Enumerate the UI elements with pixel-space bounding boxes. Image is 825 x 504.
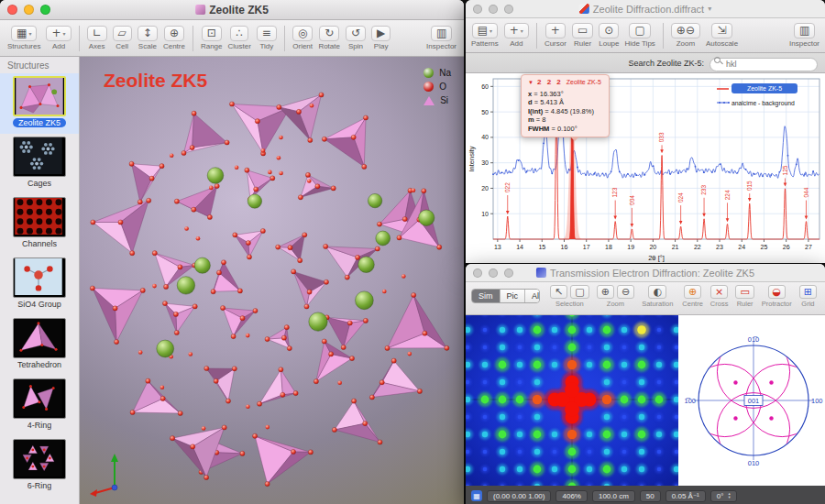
- sidebar-item-cages[interactable]: Cages: [0, 134, 79, 194]
- saturation-icon[interactable]: ◐: [648, 285, 666, 299]
- toolbar-button-autoscale[interactable]: ⇲Autoscale: [704, 23, 740, 48]
- toolbar-label: Inspector: [426, 42, 456, 50]
- toolbar-button-loupe[interactable]: ⊙Loupe: [597, 23, 621, 48]
- crystal-structure-canvas[interactable]: [80, 57, 464, 504]
- toolbar-label: Structures: [7, 42, 40, 50]
- close-button[interactable]: [7, 5, 17, 15]
- svg-text:015: 015: [746, 181, 753, 191]
- search-input[interactable]: [710, 58, 818, 71]
- toolbar-button-structures[interactable]: ▦▾Structures: [6, 26, 42, 50]
- close-button[interactable]: [473, 268, 482, 278]
- status-camera-length[interactable]: 100.0 cm: [592, 490, 635, 502]
- legend-label: Si: [440, 95, 448, 105]
- zoom-button[interactable]: [504, 268, 513, 278]
- status-zone-axis[interactable]: (0.00 0.00 1.00): [487, 490, 551, 502]
- main-titlebar[interactable]: Zeolite ZK5: [0, 0, 464, 20]
- minimize-button[interactable]: [489, 5, 498, 14]
- mode-all[interactable]: All: [525, 290, 540, 302]
- zoom-button[interactable]: [40, 5, 50, 15]
- toolbar-button-scale[interactable]: ↕Scale: [136, 26, 160, 50]
- toolbar-button-tidy[interactable]: ≡Tidy: [255, 26, 279, 50]
- cell-icon: ▱: [118, 27, 126, 39]
- toolbar-label: Patterns: [471, 39, 499, 48]
- svg-text:125: 125: [782, 165, 788, 175]
- diffraction-plot[interactable]: 1314151617181920212223242526271020304050…: [466, 73, 825, 263]
- toolbar-button-ruler[interactable]: ▭Ruler: [570, 23, 595, 48]
- toolbar-button-add[interactable]: +▾Add: [502, 23, 531, 48]
- status-spot-size[interactable]: 50: [640, 490, 661, 502]
- diffract-toolbar: ▤▾Patterns+▾Add+Cursor▭Ruler⊙Loupe▢Hide …: [466, 18, 825, 53]
- chevron-down-icon[interactable]: ▾: [708, 5, 711, 13]
- sidebar-item-ring6[interactable]: 6-Ring: [0, 436, 79, 497]
- sidebar-item-channels[interactable]: Channels: [0, 194, 79, 255]
- zoom-button[interactable]: [504, 5, 513, 14]
- toolbar-button-axes[interactable]: ∟Axes: [85, 26, 109, 50]
- singlecrystal-window: Transmission Electron Diffraction: Zeoli…: [466, 264, 825, 504]
- cross-icon[interactable]: ×: [710, 285, 728, 299]
- toolbar-label: Range: [201, 42, 223, 50]
- toolbar-label: Hide Tips: [624, 39, 654, 48]
- svg-text:25: 25: [761, 244, 768, 250]
- mode-sim[interactable]: Sim: [472, 290, 500, 302]
- toolbar-button-spin[interactable]: ↺Spin: [344, 26, 368, 50]
- mode-pic[interactable]: Pic: [500, 290, 526, 302]
- sidebar-item-sio4[interactable]: SiO4 Group: [0, 255, 79, 315]
- legend-item-na: Na: [424, 68, 451, 78]
- toolbar-button-centre[interactable]: ⊕Centre: [161, 26, 187, 50]
- toolbar-button-orient[interactable]: ◎Orient: [291, 26, 314, 50]
- grid-icon[interactable]: ⊞: [799, 285, 817, 299]
- minimize-button[interactable]: [24, 5, 34, 15]
- toolbar-button-add[interactable]: +▾Add: [44, 26, 72, 50]
- ruler-icon[interactable]: ▭: [735, 285, 754, 299]
- search-field[interactable]: [710, 54, 818, 71]
- svg-text:17: 17: [583, 244, 590, 250]
- toolbar-button-hidetips[interactable]: ▢Hide Tips: [622, 23, 656, 48]
- toolbar-button-zoom[interactable]: ⊕⊖Zoom: [669, 23, 702, 48]
- centre-icon[interactable]: ⊕: [684, 285, 701, 299]
- toolbar-button-inspector[interactable]: ▥Inspector: [787, 23, 821, 48]
- minimize-button[interactable]: [489, 268, 498, 278]
- window-title-text: Zeolite ZK5: [209, 4, 269, 16]
- stepper-icon[interactable]: ▴▾: [728, 492, 730, 499]
- status-scale[interactable]: 0.05 Å⁻¹: [666, 490, 706, 502]
- sidebar-item-tetra[interactable]: Tetrahedron: [0, 315, 79, 376]
- svg-text:18: 18: [605, 244, 612, 250]
- toolbar-button-inspector[interactable]: ▥Inspector: [424, 26, 458, 50]
- svg-text:50: 50: [481, 109, 489, 115]
- thumb-sio4: [14, 258, 63, 295]
- protractor-icon[interactable]: ◒: [768, 285, 786, 299]
- thumb-zeolite: [15, 78, 64, 115]
- sidebar-item-ring4[interactable]: 4-Ring: [0, 376, 79, 436]
- zoom-in-icon[interactable]: ⊕: [597, 285, 614, 299]
- status-rotation[interactable]: 0°▴▾: [710, 490, 737, 502]
- toolbar-button-range[interactable]: ⊡Range: [199, 26, 225, 50]
- stereogram-panel[interactable]: 01̅00101̅00100001: [678, 315, 825, 486]
- status-zoom-level[interactable]: 406%: [556, 490, 587, 502]
- pointer-tool-icon[interactable]: ↖: [550, 285, 567, 299]
- toolbar-label: Cluster: [228, 42, 251, 50]
- diffract-titlebar[interactable]: Zeolite Diffraction.diffract ▾: [466, 0, 825, 18]
- toolbar-button-patterns[interactable]: ▤▾Patterns: [469, 23, 500, 48]
- zoom-out-icon[interactable]: ⊖: [617, 285, 634, 299]
- toolbar-button-cell[interactable]: ▱Cell: [111, 26, 134, 50]
- toolbar-label: Scale: [138, 42, 157, 50]
- marquee-tool-icon[interactable]: ▢: [570, 285, 588, 299]
- ruler-icon: ▭: [578, 25, 588, 37]
- crystal-viewport[interactable]: Zeolite ZK5 NaOSi: [80, 57, 464, 504]
- diffraction-chart[interactable]: 1314151617181920212223242526271020304050…: [466, 73, 825, 263]
- viewport-title: Zeolite ZK5: [104, 70, 207, 92]
- sidebar-item-zeolite[interactable]: Zeolite ZK5: [0, 73, 79, 134]
- tem-titlebar[interactable]: Transmission Electron Diffraction: Zeoli…: [466, 264, 825, 282]
- toolbar-button-rotate[interactable]: ↻Rotate: [316, 26, 342, 50]
- tem-diffraction-pattern[interactable]: [466, 315, 678, 486]
- svg-text:1̅00: 1̅00: [684, 397, 696, 405]
- document-icon: [579, 4, 589, 14]
- chevron-down-icon: ▾: [490, 27, 492, 34]
- toolbar-button-cluster[interactable]: ∴Cluster: [226, 26, 253, 50]
- toolbar-button-play[interactable]: ▶Play: [369, 26, 392, 50]
- close-button[interactable]: [473, 5, 482, 14]
- document-icon: [536, 268, 546, 278]
- add-icon: +: [510, 25, 519, 37]
- toolbar-button-cursor[interactable]: +Cursor: [543, 23, 568, 48]
- svg-text:27: 27: [805, 244, 812, 250]
